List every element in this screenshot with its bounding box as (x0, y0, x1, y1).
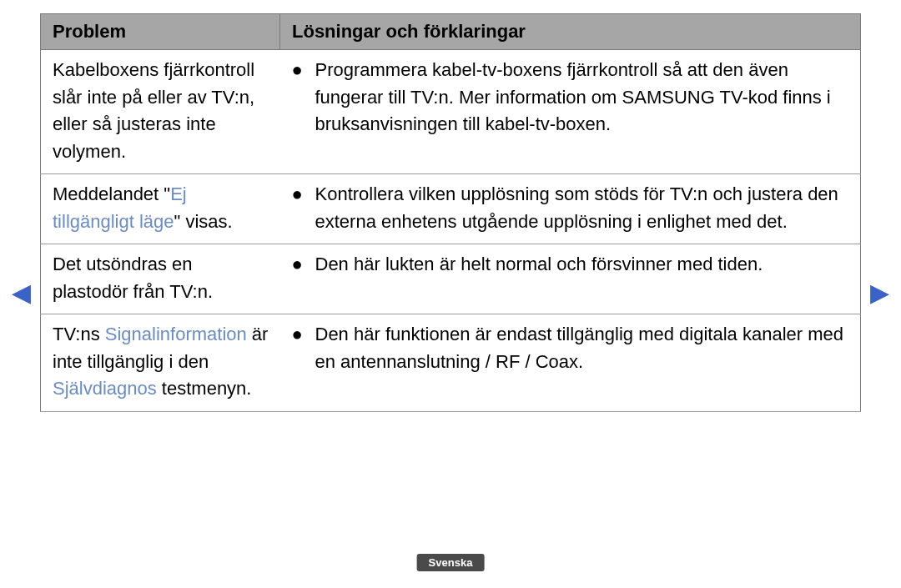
solution-cell: ● Kontrollera vilken upplösning som stöd… (280, 174, 861, 244)
problem-cell: Kabelboxens fjärrkontroll slår inte på e… (41, 50, 280, 174)
problem-highlight-2: Självdiagnos (53, 378, 157, 399)
solution-text: Den här funktionen är endast tillgänglig… (315, 321, 849, 375)
prev-page-arrow-icon[interactable]: ▶ (12, 280, 31, 305)
solution-text: Kontrollera vilken upplösning som stöds … (315, 181, 849, 235)
table-row: Kabelboxens fjärrkontroll slår inte på e… (41, 50, 861, 174)
solution-cell: ● Den här lukten är helt normal och förs… (280, 244, 861, 314)
solution-text: Den här lukten är helt normal och försvi… (315, 251, 849, 279)
problem-cell: Det utsöndras en plastodör från TV:n. (41, 244, 280, 314)
next-page-arrow-icon[interactable]: ▶ (870, 280, 889, 305)
problem-text: Kabelboxens fjärrkontroll slår inte på e… (53, 59, 254, 162)
header-problem: Problem (41, 14, 280, 50)
header-solution: Lösningar och förklaringar (280, 14, 861, 50)
table-row: TV:ns Signalinformation är inte tillgäng… (41, 314, 861, 412)
table-row: Meddelandet "Ej tillgängligt läge" visas… (41, 174, 861, 244)
bullet-icon: ● (292, 181, 315, 235)
problem-cell: TV:ns Signalinformation är inte tillgäng… (41, 314, 280, 412)
problem-text-pre: Meddelandet " (53, 183, 170, 204)
bullet-icon: ● (292, 251, 315, 279)
bullet-icon: ● (292, 321, 315, 375)
problem-cell: Meddelandet "Ej tillgängligt läge" visas… (41, 174, 280, 244)
solution-text: Programmera kabel-tv-boxens fjärrkontrol… (315, 57, 849, 138)
language-badge: Svenska (417, 554, 485, 571)
problem-text-p3: testmenyn. (157, 378, 252, 399)
problem-text-post: " visas. (174, 211, 233, 232)
solution-cell: ● Den här funktionen är endast tillgängl… (280, 314, 861, 412)
solution-cell: ● Programmera kabel-tv-boxens fjärrkontr… (280, 50, 861, 174)
bullet-icon: ● (292, 57, 315, 138)
problem-highlight-1: Signalinformation (105, 324, 247, 344)
problem-text-p1: TV:ns (53, 324, 105, 344)
table-row: Det utsöndras en plastodör från TV:n. ● … (41, 244, 861, 314)
problem-text: Det utsöndras en plastodör från TV:n. (53, 254, 213, 302)
troubleshooting-table: Problem Lösningar och förklaringar Kabel… (40, 13, 861, 412)
